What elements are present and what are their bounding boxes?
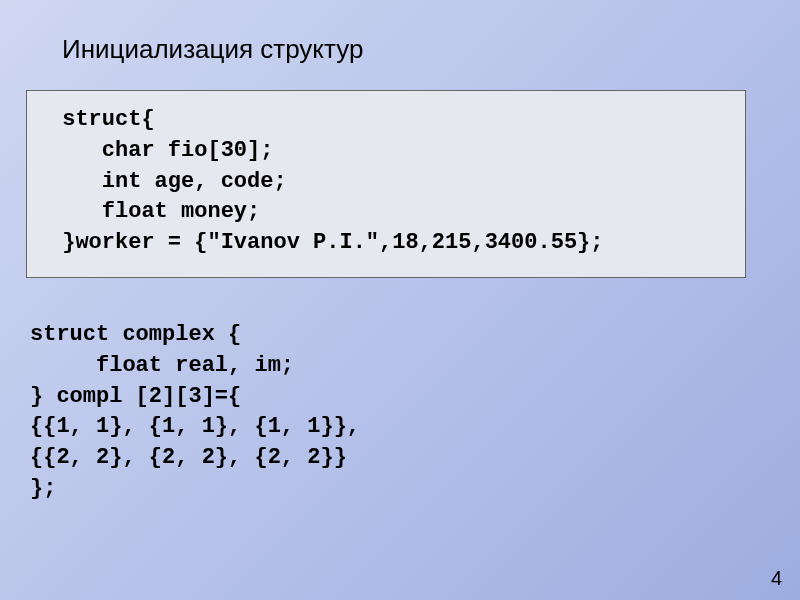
page-number: 4 bbox=[771, 567, 782, 590]
code-example-boxed: struct{ char fio[30]; int age, code; flo… bbox=[26, 90, 746, 278]
code-example-plain: struct complex { float real, im; } compl… bbox=[30, 320, 360, 505]
slide-title: Инициализация структур bbox=[62, 34, 363, 65]
